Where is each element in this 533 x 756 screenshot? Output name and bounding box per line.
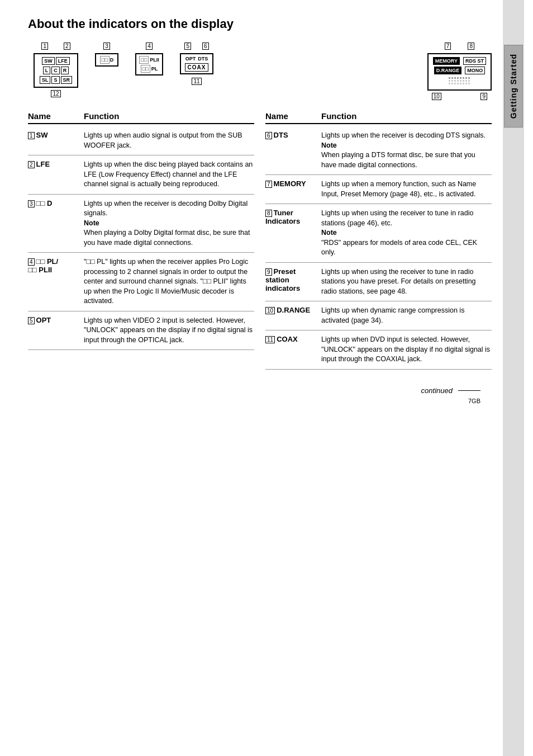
table-row: 3□□ D Lights up when the receiver is dec… xyxy=(28,195,254,253)
display-diagram: 1 2 SW LFE L C R SL S xyxy=(28,42,492,100)
left-header-name: Name xyxy=(28,111,84,121)
table-row: 5OPT Lights up when VIDEO 2 input is sel… xyxy=(28,311,254,351)
diag-group-right: 7 8 MEMORY RDS ST D.RANGE MONO xyxy=(427,42,492,100)
indicators-table: Name Function 1SW Lights up when audio s… xyxy=(28,111,492,370)
diag-group-3: 3 □□ D xyxy=(95,42,118,67)
table-row: 6DTS Lights up when the receiver is deco… xyxy=(265,126,492,175)
page-footer: continued xyxy=(28,386,492,395)
table-row: 8Tuner Indicators Lights up when using t… xyxy=(265,204,492,263)
table-row: 1SW Lights up when audio signal is outpu… xyxy=(28,126,254,155)
sidebar-label: Getting Started xyxy=(504,45,523,127)
page-title: About the indicators on the display xyxy=(28,17,492,31)
table-row: 2LFE Lights up when the disc being playe… xyxy=(28,155,254,195)
table-row: 9Preset station indicators Lights up whe… xyxy=(265,263,492,302)
table-row: 4□□ PL/□□ PLII "□□ PL" lights up when th… xyxy=(28,253,254,311)
table-row: 10D.RANGE Lights up when dynamic range c… xyxy=(265,301,492,330)
left-table: Name Function 1SW Lights up when audio s… xyxy=(28,111,254,370)
page-number: 7GB xyxy=(28,398,492,404)
left-header-function: Function xyxy=(84,111,254,121)
right-header-name: Name xyxy=(265,111,321,121)
sidebar: Getting Started xyxy=(503,0,524,756)
table-row: 7MEMORY Lights up when a memory function… xyxy=(265,175,492,204)
diag-group-5-6-11: 5 6 OPT DTS COAX 11 xyxy=(180,42,213,85)
diag-group-1-2-12: 1 2 SW LFE L C R SL S xyxy=(34,42,78,97)
table-row: 11COAX Lights up when DVD input is selec… xyxy=(265,330,492,370)
right-header-function: Function xyxy=(321,111,492,121)
continued-text: continued xyxy=(421,386,453,395)
right-table: Name Function 6DTS Lights up when the re… xyxy=(265,111,492,370)
diag-group-4: 4 □□ PLII □□ PL xyxy=(135,42,163,75)
